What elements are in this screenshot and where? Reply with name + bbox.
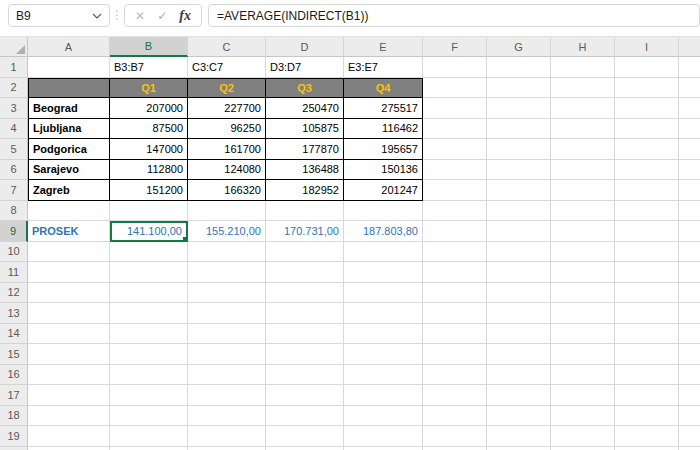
empty-cell[interactable] bbox=[28, 385, 110, 406]
column-header-D[interactable]: D bbox=[266, 37, 344, 57]
cell-C4[interactable]: 96250 bbox=[188, 119, 266, 140]
empty-cell[interactable] bbox=[266, 283, 344, 304]
row-header-11[interactable]: 11 bbox=[0, 262, 28, 283]
cell-E3[interactable]: 275517 bbox=[344, 98, 423, 119]
empty-cell[interactable] bbox=[110, 262, 188, 283]
empty-cell[interactable] bbox=[344, 262, 423, 283]
empty-cell[interactable] bbox=[188, 283, 266, 304]
cell-B3[interactable]: 207000 bbox=[110, 98, 188, 119]
cell-D2-q3-header[interactable]: Q3 bbox=[266, 78, 344, 99]
empty-cell[interactable] bbox=[679, 283, 700, 304]
row-header-12[interactable]: 12 bbox=[0, 283, 28, 304]
cell-C1-range[interactable]: C3:C7 bbox=[188, 57, 266, 78]
cell-B9-selected[interactable]: 141.100,00 bbox=[110, 221, 188, 242]
cell-A1[interactable] bbox=[28, 57, 110, 78]
empty-cell[interactable] bbox=[551, 78, 615, 99]
empty-cell[interactable] bbox=[188, 426, 266, 447]
empty-cell[interactable] bbox=[423, 78, 487, 99]
row-header-9[interactable]: 9 bbox=[0, 221, 28, 242]
empty-cell[interactable] bbox=[487, 201, 551, 222]
empty-cell[interactable] bbox=[110, 344, 188, 365]
empty-cell[interactable] bbox=[344, 303, 423, 324]
empty-cell[interactable] bbox=[551, 98, 615, 119]
empty-cell[interactable] bbox=[679, 160, 700, 181]
cell-A6-city[interactable]: Sarajevo bbox=[28, 160, 110, 181]
empty-cell[interactable] bbox=[615, 78, 679, 99]
empty-cell[interactable] bbox=[487, 344, 551, 365]
cell-B4[interactable]: 87500 bbox=[110, 119, 188, 140]
empty-cell[interactable] bbox=[110, 385, 188, 406]
empty-cell[interactable] bbox=[188, 447, 266, 450]
cell-B6[interactable]: 112800 bbox=[110, 160, 188, 181]
cell-D7[interactable]: 182952 bbox=[266, 180, 344, 201]
empty-cell[interactable] bbox=[615, 180, 679, 201]
cell-E6[interactable]: 150136 bbox=[344, 160, 423, 181]
empty-cell[interactable] bbox=[615, 160, 679, 181]
empty-cell[interactable] bbox=[615, 221, 679, 242]
cell-B5[interactable]: 147000 bbox=[110, 139, 188, 160]
empty-cell[interactable] bbox=[487, 57, 551, 78]
row-header-10[interactable]: 10 bbox=[0, 242, 28, 263]
empty-cell[interactable] bbox=[487, 406, 551, 427]
empty-cell[interactable] bbox=[487, 180, 551, 201]
empty-cell[interactable] bbox=[423, 201, 487, 222]
empty-cell[interactable] bbox=[110, 447, 188, 450]
insert-function-icon[interactable]: fx bbox=[179, 8, 191, 24]
empty-cell[interactable] bbox=[344, 242, 423, 263]
empty-cell[interactable] bbox=[615, 365, 679, 386]
column-header-F[interactable]: F bbox=[423, 37, 487, 57]
empty-cell[interactable] bbox=[344, 201, 423, 222]
empty-cell[interactable] bbox=[423, 57, 487, 78]
empty-cell[interactable] bbox=[679, 78, 700, 99]
row-header-8[interactable]: 8 bbox=[0, 201, 28, 222]
cell-C2-q2-header[interactable]: Q2 bbox=[188, 78, 266, 99]
empty-cell[interactable] bbox=[487, 283, 551, 304]
cell-A9-prosek-label[interactable]: PROSEK bbox=[28, 221, 110, 242]
empty-cell[interactable] bbox=[551, 139, 615, 160]
empty-cell[interactable] bbox=[266, 385, 344, 406]
cell-C5[interactable]: 161700 bbox=[188, 139, 266, 160]
empty-cell[interactable] bbox=[28, 447, 110, 450]
empty-cell[interactable] bbox=[110, 303, 188, 324]
row-header-3[interactable]: 3 bbox=[0, 98, 28, 119]
empty-cell[interactable] bbox=[28, 242, 110, 263]
empty-cell[interactable] bbox=[487, 447, 551, 450]
empty-cell[interactable] bbox=[28, 365, 110, 386]
empty-cell[interactable] bbox=[188, 242, 266, 263]
cell-E2-q4-header[interactable]: Q4 bbox=[344, 78, 423, 99]
empty-cell[interactable] bbox=[28, 262, 110, 283]
empty-cell[interactable] bbox=[28, 406, 110, 427]
empty-cell[interactable] bbox=[266, 303, 344, 324]
cell-E1-range[interactable]: E3:E7 bbox=[344, 57, 423, 78]
empty-cell[interactable] bbox=[423, 303, 487, 324]
empty-cell[interactable] bbox=[487, 324, 551, 345]
empty-cell[interactable] bbox=[551, 201, 615, 222]
empty-cell[interactable] bbox=[344, 406, 423, 427]
empty-cell[interactable] bbox=[487, 160, 551, 181]
empty-cell[interactable] bbox=[110, 426, 188, 447]
empty-cell[interactable] bbox=[28, 303, 110, 324]
empty-cell[interactable] bbox=[551, 406, 615, 427]
empty-cell[interactable] bbox=[551, 447, 615, 450]
cancel-icon[interactable]: ✕ bbox=[135, 9, 145, 23]
empty-cell[interactable] bbox=[188, 406, 266, 427]
row-header-17[interactable]: 17 bbox=[0, 385, 28, 406]
cell-E7[interactable]: 201247 bbox=[344, 180, 423, 201]
empty-cell[interactable] bbox=[487, 262, 551, 283]
cell-E5[interactable]: 195657 bbox=[344, 139, 423, 160]
empty-cell[interactable] bbox=[487, 98, 551, 119]
empty-cell[interactable] bbox=[679, 180, 700, 201]
row-header-16[interactable]: 16 bbox=[0, 365, 28, 386]
row-header-19[interactable]: 19 bbox=[0, 426, 28, 447]
empty-cell[interactable] bbox=[423, 283, 487, 304]
empty-cell[interactable] bbox=[615, 283, 679, 304]
row-header-2[interactable]: 2 bbox=[0, 78, 28, 99]
empty-cell[interactable] bbox=[679, 385, 700, 406]
row-header-5[interactable]: 5 bbox=[0, 139, 28, 160]
empty-cell[interactable] bbox=[266, 242, 344, 263]
column-header-A[interactable]: A bbox=[28, 37, 110, 57]
empty-cell[interactable] bbox=[423, 406, 487, 427]
empty-cell[interactable] bbox=[615, 242, 679, 263]
empty-cell[interactable] bbox=[188, 303, 266, 324]
empty-cell[interactable] bbox=[679, 139, 700, 160]
